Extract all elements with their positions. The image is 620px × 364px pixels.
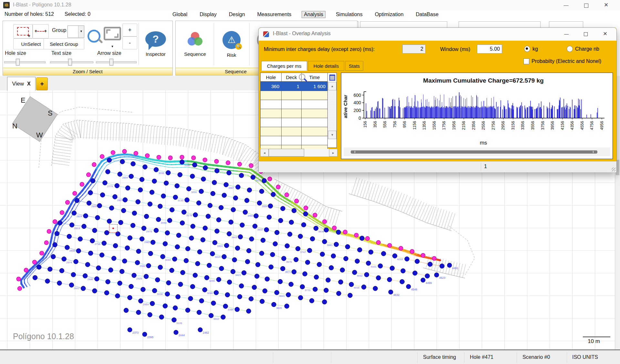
blast-hole[interactable] <box>269 265 273 269</box>
blast-hole[interactable] <box>196 201 201 205</box>
perimeter-hole[interactable] <box>410 249 414 254</box>
blast-hole[interactable] <box>170 207 174 212</box>
tab-view[interactable]: View X <box>7 77 36 91</box>
blast-hole[interactable] <box>136 310 141 315</box>
blast-hole[interactable] <box>138 187 142 192</box>
blast-hole[interactable] <box>53 242 57 247</box>
blast-hole[interactable] <box>223 304 228 308</box>
view-tab-close-icon[interactable]: X <box>27 81 31 87</box>
blast-hole[interactable] <box>268 204 273 208</box>
blast-hole[interactable] <box>95 215 100 220</box>
blast-hole[interactable] <box>152 179 157 183</box>
blast-hole[interactable] <box>180 160 184 164</box>
blast-hole[interactable] <box>352 270 357 275</box>
blast-hole[interactable] <box>267 215 271 219</box>
blast-hole[interactable] <box>224 182 228 187</box>
blast-hole[interactable] <box>246 309 251 313</box>
blast-hole[interactable] <box>154 228 158 233</box>
perimeter-hole[interactable] <box>313 213 317 217</box>
blast-hole[interactable] <box>191 224 195 228</box>
blast-hole[interactable] <box>99 253 104 257</box>
blast-hole[interactable] <box>227 170 231 175</box>
add-view-tab-button[interactable]: + <box>36 77 48 90</box>
blast-hole[interactable] <box>173 195 178 199</box>
blast-hole[interactable] <box>373 286 377 291</box>
perimeter-hole[interactable] <box>40 251 44 255</box>
blast-hole[interactable] <box>57 221 62 225</box>
blast-hole[interactable] <box>280 266 285 271</box>
select-line-button[interactable]: ++ <box>33 24 49 38</box>
blast-hole[interactable] <box>72 211 76 215</box>
blast-hole[interactable] <box>142 332 147 337</box>
perimeter-hole[interactable] <box>157 155 161 159</box>
blast-hole[interactable] <box>301 222 306 227</box>
blast-hole[interactable] <box>428 262 432 267</box>
blast-hole[interactable] <box>309 298 314 303</box>
blast-hole[interactable] <box>192 163 197 167</box>
blast-hole[interactable] <box>270 252 275 257</box>
blast-hole[interactable] <box>305 260 310 265</box>
blast-hole[interactable] <box>109 206 114 210</box>
blast-hole[interactable] <box>146 263 151 268</box>
blast-hole[interactable] <box>208 203 212 208</box>
perimeter-hole[interactable] <box>16 277 21 281</box>
blast-hole[interactable] <box>262 178 266 183</box>
blast-hole[interactable] <box>231 269 235 274</box>
blast-hole[interactable] <box>159 315 164 319</box>
blast-hole[interactable] <box>113 195 117 199</box>
blast-hole[interactable] <box>121 208 126 213</box>
blast-hole[interactable] <box>294 257 298 262</box>
blast-hole[interactable] <box>55 231 59 236</box>
perimeter-hole[interactable] <box>134 151 138 156</box>
blast-hole[interactable] <box>195 261 200 266</box>
menu-global[interactable]: Global <box>170 11 189 18</box>
blast-hole[interactable] <box>252 285 256 289</box>
blast-hole[interactable] <box>240 223 244 227</box>
blast-hole[interactable] <box>155 278 160 282</box>
blast-hole[interactable] <box>390 266 394 270</box>
blast-hole[interactable] <box>158 204 162 208</box>
blast-hole[interactable] <box>166 170 170 175</box>
blast-hole[interactable] <box>324 228 328 232</box>
blast-hole[interactable] <box>237 294 242 299</box>
blast-hole[interactable] <box>344 256 348 261</box>
blast-hole[interactable] <box>95 277 99 281</box>
blast-hole[interactable] <box>320 252 325 257</box>
select-rectangle-button[interactable] <box>13 24 33 38</box>
blast-hole[interactable] <box>210 251 215 256</box>
perimeter-hole[interactable] <box>421 253 425 258</box>
blast-hole[interactable] <box>286 292 291 297</box>
perimeter-hole[interactable] <box>87 173 91 177</box>
blast-hole[interactable] <box>90 178 95 183</box>
blast-hole[interactable] <box>125 186 130 190</box>
zoom-button[interactable] <box>86 24 102 49</box>
dialog-maximize-button[interactable] <box>577 29 595 39</box>
blast-hole[interactable] <box>406 284 411 289</box>
blast-hole[interactable] <box>203 226 207 230</box>
blast-hole[interactable] <box>349 282 354 287</box>
table-horizontal-scrollbar[interactable]: ◄ ► <box>260 149 337 157</box>
blast-hole[interactable] <box>232 258 237 262</box>
table-row[interactable] <box>261 109 328 118</box>
blast-hole[interactable] <box>106 279 110 284</box>
blast-hole[interactable] <box>249 237 254 241</box>
blast-hole[interactable] <box>140 237 144 241</box>
blast-hole[interactable] <box>261 238 265 242</box>
perimeter-hole[interactable] <box>376 240 380 245</box>
blast-hole[interactable] <box>387 277 392 282</box>
blast-hole[interactable] <box>148 251 153 256</box>
blast-hole[interactable] <box>244 198 249 203</box>
blast-hole[interactable] <box>173 306 178 310</box>
blast-hole[interactable] <box>87 201 91 205</box>
blast-hole[interactable] <box>163 241 167 246</box>
perimeter-hole[interactable] <box>323 219 327 224</box>
blast-hole[interactable] <box>140 177 144 182</box>
blast-hole[interactable] <box>292 269 296 274</box>
blast-hole[interactable] <box>189 236 194 240</box>
blast-hole[interactable] <box>83 214 88 218</box>
blast-hole[interactable] <box>303 272 307 276</box>
blast-hole[interactable] <box>71 272 76 277</box>
blast-hole[interactable] <box>199 298 204 303</box>
perimeter-hole[interactable] <box>276 185 280 189</box>
blast-hole[interactable] <box>289 220 294 225</box>
